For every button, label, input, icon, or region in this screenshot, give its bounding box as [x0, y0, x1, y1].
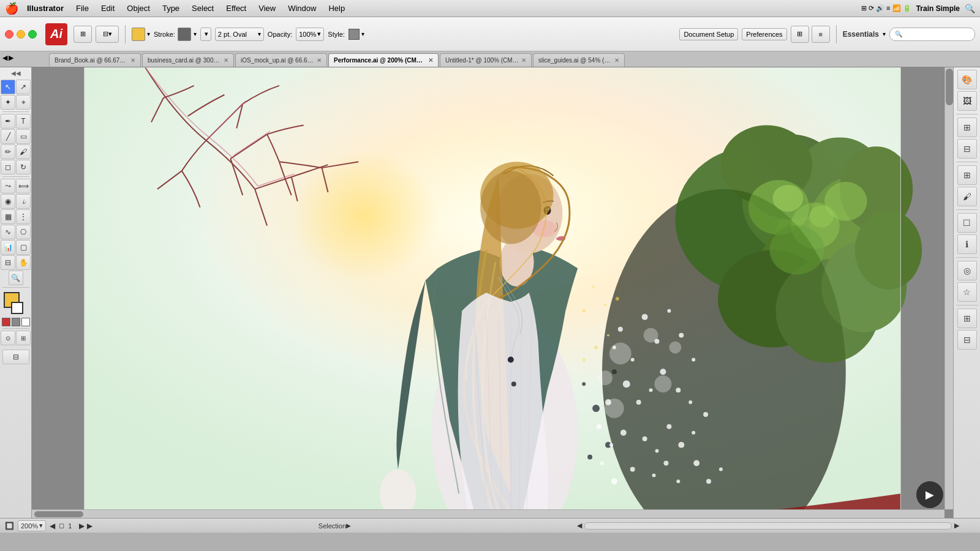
rect-tool[interactable]: ▭ — [16, 129, 31, 144]
play-button[interactable]: ▶ — [916, 481, 943, 508]
tab-close-5[interactable]: ✕ — [521, 57, 526, 64]
tab-brand-book[interactable]: Brand_Book.ai @ 66.67% (... ✕ — [49, 53, 141, 67]
tab-performance[interactable]: Performance.ai @ 200% (CMYK/Preview) ✕ — [328, 53, 439, 67]
zoom-dropdown[interactable]: 200% ▾ — [18, 520, 46, 531]
search-icon[interactable]: 🔍 — [965, 4, 975, 13]
tab-close-1[interactable]: ✕ — [130, 57, 135, 64]
menu-file[interactable]: File — [71, 2, 94, 14]
menu-window[interactable]: Window — [283, 2, 321, 14]
timeline-scroll[interactable] — [584, 522, 952, 530]
stroke-arrow[interactable]: ▾ — [194, 31, 197, 37]
stroke-swatch[interactable] — [178, 28, 191, 41]
menu-type[interactable]: Type — [157, 2, 184, 14]
tab-business-card[interactable]: business_card.ai @ 300% (... ✕ — [142, 53, 234, 67]
stroke-size-input[interactable]: 2 pt. Oval ▾ — [215, 28, 264, 41]
tab-close-6[interactable]: ✕ — [614, 57, 619, 64]
lasso-tool[interactable]: ⌖ — [16, 95, 31, 110]
minimize-btn[interactable] — [17, 30, 25, 39]
symbol-tool[interactable]: ⎔ — [16, 225, 31, 239]
zoom-tool[interactable]: 🔍 — [9, 271, 23, 285]
brush-panel-btn[interactable]: 🖌 — [957, 187, 977, 206]
menu-effect[interactable]: Effect — [221, 2, 251, 14]
links-panel-btn[interactable]: ⊞ — [957, 165, 977, 185]
nav-panel-btn[interactable]: ☐ — [957, 213, 977, 233]
menu-help[interactable]: Help — [323, 2, 350, 14]
h-scroll-thumb[interactable] — [34, 511, 83, 517]
tab-untitled[interactable]: Untitled-1* @ 100% (CMY... ✕ — [440, 53, 532, 67]
arrange-btn[interactable]: ⊞ — [74, 26, 92, 43]
selection-arrow[interactable]: ▶ — [346, 522, 351, 530]
opacity-dropdown[interactable]: 100% ▾ — [296, 28, 324, 41]
preferences-btn[interactable]: Preferences — [742, 28, 786, 40]
style-swatch[interactable] — [349, 29, 360, 40]
maximize-btn[interactable] — [28, 30, 37, 39]
text-tool[interactable]: T — [16, 114, 31, 129]
document-setup-btn[interactable]: Document Setup — [679, 28, 738, 40]
menu-edit[interactable]: Edit — [96, 2, 119, 14]
tab-slice-guides[interactable]: slice_guides.ai @ 54% (RGB... ✕ — [533, 53, 625, 67]
color-mini-red[interactable] — [2, 318, 10, 326]
search-box[interactable]: 🔍 — [889, 28, 975, 41]
menu-view[interactable]: View — [254, 2, 281, 14]
warp-tool[interactable]: ⤳ — [1, 179, 15, 193]
view-btn-1[interactable]: ⊞ — [791, 26, 809, 43]
image-panel-btn[interactable]: 🖼 — [957, 91, 977, 111]
graphic-styles-btn[interactable]: ☆ — [957, 282, 977, 302]
opacity-arrow[interactable]: ▾ — [317, 30, 321, 38]
vertical-scrollbar[interactable] — [944, 67, 953, 509]
eraser-tool[interactable]: ◻ — [1, 160, 15, 174]
fill-color-swatch[interactable]: ▾ — [132, 28, 150, 41]
stroke-options-dropdown[interactable]: ▾ — [200, 28, 211, 41]
tab-ios-mock[interactable]: iOS_mock_up.ai @ 66.67% (... ✕ — [235, 53, 327, 67]
view-toggle-btn[interactable]: ⊟▾ — [96, 26, 119, 43]
next-artboard-btn[interactable]: ▶ ▶ — [79, 522, 92, 530]
toolbox-collapse[interactable]: ◀◀ — [11, 70, 21, 77]
color-panel-btn[interactable]: 🎨 — [957, 70, 977, 89]
tab-close-3[interactable]: ✕ — [317, 57, 322, 64]
selection-tool[interactable]: ↖ — [1, 80, 15, 94]
eyedropper-tool[interactable]: 𝓲 — [16, 194, 31, 209]
horizontal-scrollbar[interactable] — [32, 509, 944, 518]
tab-close-2[interactable]: ✕ — [224, 57, 228, 64]
tab-scroll-right[interactable]: ▶ — [9, 54, 13, 62]
stroke-size-arrow[interactable]: ▾ — [258, 31, 261, 37]
opacity-mode-btn[interactable]: ⊙ — [1, 331, 15, 345]
slice-tool[interactable]: ⊟ — [1, 255, 15, 270]
artboards-panel-btn[interactable]: ⊟ — [957, 330, 977, 350]
layers-panel-btn[interactable]: ⊞ — [957, 309, 977, 328]
prev-artboard-btn[interactable]: ◀ — [50, 522, 55, 530]
hand-tool[interactable]: ✋ — [16, 255, 31, 270]
width-tool[interactable]: ⟺ — [16, 179, 31, 193]
fill-dropdown-arrow[interactable]: ▾ — [147, 31, 150, 37]
gradient-tool[interactable]: ▦ — [1, 209, 15, 224]
rotate-tool[interactable]: ↻ — [16, 160, 31, 174]
style-arrow[interactable]: ▾ — [361, 31, 364, 37]
tab-close-4[interactable]: ✕ — [428, 57, 433, 64]
background-color[interactable] — [11, 302, 23, 314]
timeline-right-arrow[interactable]: ▶ — [954, 522, 959, 530]
close-btn[interactable] — [5, 30, 13, 39]
shape-builder-tool[interactable]: ◉ — [1, 194, 15, 209]
pencil-tool[interactable]: ✏ — [1, 144, 15, 159]
menu-object[interactable]: Object — [122, 2, 155, 14]
v-scroll-thumb[interactable] — [946, 69, 953, 105]
paint-brush-tool[interactable]: 🖌 — [16, 144, 31, 159]
magic-wand-tool[interactable]: ✦ — [1, 95, 15, 110]
stroke-profile-arrow[interactable]: ▾ — [205, 30, 208, 38]
fill-swatch[interactable] — [132, 28, 145, 41]
info-panel-btn[interactable]: ℹ — [957, 234, 977, 254]
chart-tool[interactable]: 📊 — [1, 240, 15, 255]
align-panel-btn[interactable]: ⊟ — [957, 139, 977, 159]
artboard-tool[interactable]: ▢ — [16, 240, 31, 255]
direct-select-tool[interactable]: ↗ — [16, 80, 31, 94]
color-mini-white[interactable] — [21, 318, 30, 326]
transform-panel-btn[interactable]: ⊞ — [957, 118, 977, 137]
view-btn-2[interactable]: ≡ — [812, 26, 830, 43]
color-mini-gray[interactable] — [12, 318, 20, 326]
tab-scroll-left[interactable]: ◀ — [2, 54, 7, 62]
blend-tool[interactable]: ∿ — [1, 225, 15, 239]
apple-menu[interactable]: 🍎 — [5, 2, 18, 15]
new-artboard-btn[interactable]: ⊟ — [2, 350, 29, 364]
pen-tool[interactable]: ✒ — [1, 114, 15, 129]
isolation-btn[interactable]: ⊞ — [16, 331, 31, 345]
